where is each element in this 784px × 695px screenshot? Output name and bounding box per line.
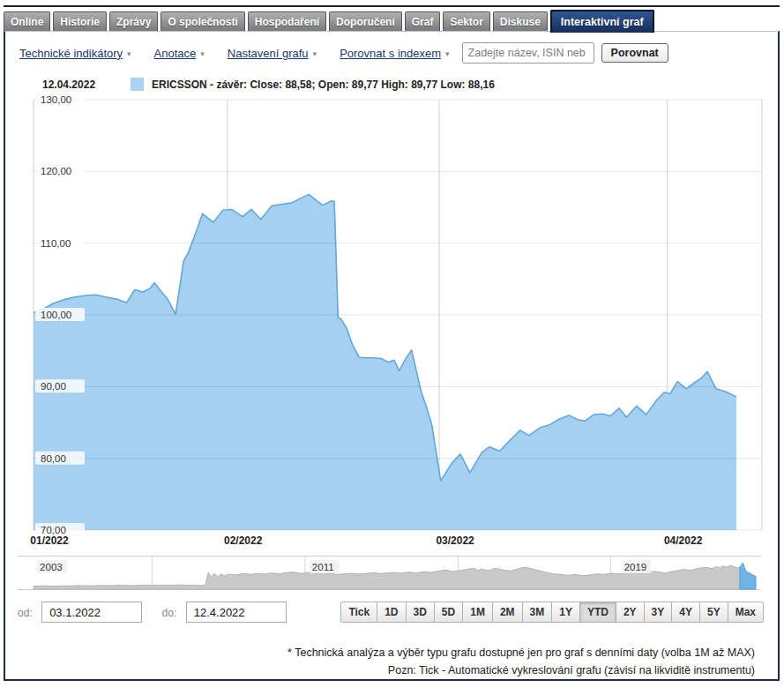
range-button-2m[interactable]: 2M [492,602,523,623]
chart-toolbar: Technické indikátory▾Anotace▾Nastavení g… [19,42,668,64]
range-button-max[interactable]: Max [728,602,764,623]
content-panel: Technické indikátory▾Anotace▾Nastavení g… [4,31,780,681]
main-chart[interactable]: 70,0080,0090,00100,00110,00120,00130,000… [5,88,781,547]
chevron-down-icon: ▾ [127,49,131,58]
range-button-group: Tick1D3D5D1M2M3M1YYTD2Y3Y4Y5YMax [340,602,764,623]
tab-graf[interactable]: Graf [405,11,441,31]
svg-text:80,00: 80,00 [41,453,66,464]
compare-button[interactable]: Porovnat [601,43,668,63]
range-button-tick[interactable]: Tick [340,602,377,623]
tab-historie[interactable]: Historie [53,11,107,31]
svg-text:2011: 2011 [312,562,334,572]
range-button-ytd[interactable]: YTD [579,602,616,623]
compare-search-input[interactable] [462,42,594,64]
chevron-down-icon: ▾ [200,49,205,58]
range-button-3m[interactable]: 3M [522,602,553,623]
footnotes: * Technická analýza a výběr typu grafu d… [287,644,755,679]
from-label: od: [18,607,33,619]
toolbar-links: Technické indikátory▾Anotace▾Nastavení g… [19,47,450,60]
tab-bar: OnlineHistorieZprávyO společnostiHospoda… [4,5,780,31]
svg-text:130,00: 130,00 [41,94,71,105]
range-button-1y[interactable]: 1Y [551,602,580,623]
navigator-selection [740,563,756,589]
svg-text:2019: 2019 [624,562,647,572]
svg-text:110,00: 110,00 [41,238,71,249]
toolbar-link-anotace[interactable]: Anotace▾ [154,47,205,60]
tab-diskuse[interactable]: Diskuse [493,11,548,31]
tab-hospodareni[interactable]: Hospodaření [248,11,326,31]
svg-text:03/2022: 03/2022 [436,534,474,547]
toolbar-link-porovnat-s-indexem[interactable]: Porovnat s indexem▾ [340,47,449,60]
tab-o-spolecnosti[interactable]: O společnosti [161,11,244,31]
range-button-5y[interactable]: 5Y [699,602,728,623]
footnote-line1: * Technická analýza a výběr typu grafu d… [287,644,755,661]
x-axis-labels: 01/202202/202203/202204/2022 [30,534,702,547]
range-button-1m[interactable]: 1M [462,602,493,623]
tab-zpravy[interactable]: Zprávy [109,11,158,31]
svg-text:04/2022: 04/2022 [664,534,703,547]
range-button-4y[interactable]: 4Y [671,602,700,623]
price-area [34,194,736,530]
tab-sektor[interactable]: Sektor [443,11,489,31]
toolbar-link-technicke-indikatory[interactable]: Technické indikátory▾ [19,47,131,60]
content-frame: OnlineHistorieZprávyO společnostiHospoda… [4,5,780,681]
to-date-input[interactable] [186,602,287,623]
tab-doporuceni[interactable]: Doporučení [329,11,402,31]
footnote-line2: Pozn: Tick - Automatické vykreslování gr… [287,661,755,679]
page: OnlineHistorieZprávyO společnostiHospoda… [0,0,784,695]
chevron-down-icon: ▾ [313,49,317,58]
range-controls: od: do: Tick1D3D5D1M2M3M1YYTD2Y3Y4Y5YMax [18,602,767,624]
range-button-1d[interactable]: 1D [377,602,406,623]
range-button-3d[interactable]: 3D [406,602,435,623]
navigator-chart[interactable]: 200320112019 [5,554,781,593]
chevron-down-icon: ▾ [445,49,450,58]
svg-text:2003: 2003 [40,562,63,572]
range-button-2y[interactable]: 2Y [616,602,645,623]
range-button-5d[interactable]: 5D [434,602,463,623]
to-label: do: [162,607,177,619]
svg-text:01/2022: 01/2022 [30,534,69,547]
navigator-year-labels: 200320112019 [37,560,652,573]
toolbar-link-nastaveni-grafu[interactable]: Nastavení grafu▾ [228,47,317,60]
svg-text:90,00: 90,00 [41,381,66,392]
tab-online[interactable]: Online [4,11,50,31]
svg-text:02/2022: 02/2022 [224,534,263,547]
range-button-3y[interactable]: 3Y [644,602,673,623]
svg-text:100,00: 100,00 [41,310,71,320]
svg-text:120,00: 120,00 [41,166,71,176]
tab-interaktivni-graf[interactable]: Interaktivní graf [550,10,654,33]
from-date-input[interactable] [41,602,142,623]
